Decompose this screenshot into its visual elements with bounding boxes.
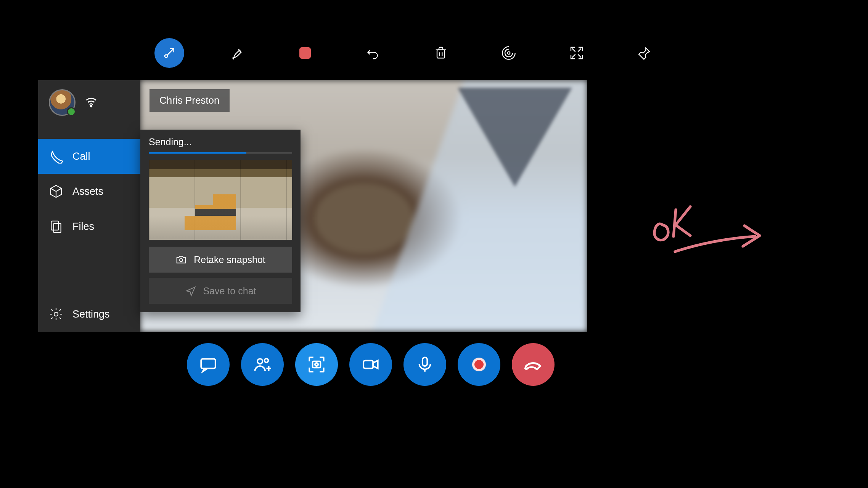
target-icon (501, 45, 516, 61)
signal-indicator (85, 95, 98, 110)
snapshot-thumbnail (149, 160, 292, 240)
svg-point-3 (90, 105, 92, 107)
presence-badge (67, 107, 76, 116)
target-tool[interactable] (494, 38, 524, 68)
nav-bottom: Settings (38, 297, 140, 332)
undo-tool[interactable] (358, 38, 388, 68)
wifi-icon (85, 95, 98, 108)
svg-point-9 (257, 359, 262, 364)
participant-name-chip: Chris Preston (149, 89, 230, 112)
stop-tool[interactable] (290, 38, 320, 68)
hangup-icon (524, 355, 543, 374)
snapshot-progress-bar (149, 152, 246, 154)
pin-icon (637, 45, 652, 61)
mic-icon (415, 355, 434, 374)
svg-rect-5 (54, 223, 61, 233)
save-to-chat-button: Save to chat (149, 278, 292, 304)
video-icon (361, 355, 380, 374)
svg-point-6 (54, 312, 58, 316)
minimize-tool[interactable] (154, 38, 184, 68)
nav-assets[interactable]: Assets (38, 174, 140, 209)
svg-point-10 (264, 359, 268, 363)
nav-settings[interactable]: Settings (38, 297, 140, 332)
chat-icon (199, 355, 218, 374)
nav-files-label: Files (72, 221, 94, 233)
pin-tool[interactable] (630, 38, 659, 68)
gear-icon (49, 307, 63, 321)
app-stage: Call Assets Files (0, 0, 868, 488)
pen-icon (230, 45, 245, 61)
svg-rect-13 (363, 361, 373, 369)
video-bg-shape (458, 88, 572, 187)
fullscreen-tool[interactable] (562, 38, 592, 68)
add-people-button[interactable] (241, 343, 284, 386)
svg-point-12 (315, 363, 318, 366)
snapshot-icon (307, 355, 326, 374)
video-toggle-button[interactable] (349, 343, 392, 386)
ink-annotation (648, 191, 770, 261)
record-button[interactable] (458, 343, 500, 386)
svg-rect-14 (423, 357, 428, 366)
expand-icon (569, 45, 584, 61)
send-icon (185, 285, 196, 297)
svg-rect-4 (51, 221, 58, 230)
snapshot-status: Sending... (149, 136, 292, 148)
retake-label: Retake snapshot (194, 254, 265, 265)
nav-call-label: Call (72, 151, 90, 162)
end-call-button[interactable] (512, 343, 555, 386)
save-label: Save to chat (203, 286, 256, 297)
snapshot-button[interactable] (295, 343, 338, 386)
minimize-icon (162, 45, 177, 61)
avatar[interactable] (49, 89, 76, 116)
pen-tool[interactable] (222, 38, 252, 68)
nav: Call Assets Files (38, 139, 140, 244)
svg-rect-1 (437, 50, 445, 58)
phone-icon (49, 149, 63, 164)
call-controls (187, 343, 555, 386)
edit-toolbar (154, 38, 659, 68)
people-add-icon (253, 355, 272, 374)
mic-toggle-button[interactable] (403, 343, 446, 386)
retake-snapshot-button[interactable]: Retake snapshot (149, 247, 292, 273)
snapshot-panel: Sending... Retake snapshot Save to chat (140, 130, 301, 312)
profile-row (38, 80, 140, 127)
sidebar: Call Assets Files (38, 80, 140, 332)
nav-files[interactable]: Files (38, 209, 140, 244)
participant-name: Chris Preston (159, 95, 220, 106)
record-icon (472, 358, 486, 371)
svg-point-2 (508, 52, 510, 55)
call-window: Call Assets Files (38, 80, 587, 332)
trash-icon (433, 45, 448, 61)
stop-icon (299, 47, 311, 59)
camera-icon (175, 254, 187, 265)
snapshot-progress (149, 152, 292, 154)
delete-tool[interactable] (426, 38, 456, 68)
undo-icon (365, 45, 381, 61)
package-icon (49, 184, 63, 199)
nav-settings-label: Settings (72, 308, 110, 320)
svg-point-7 (180, 258, 183, 262)
files-icon (49, 219, 63, 234)
nav-assets-label: Assets (72, 186, 103, 197)
svg-point-0 (165, 55, 167, 58)
svg-rect-8 (201, 359, 215, 368)
nav-call[interactable]: Call (38, 139, 140, 174)
chat-button[interactable] (187, 343, 230, 386)
